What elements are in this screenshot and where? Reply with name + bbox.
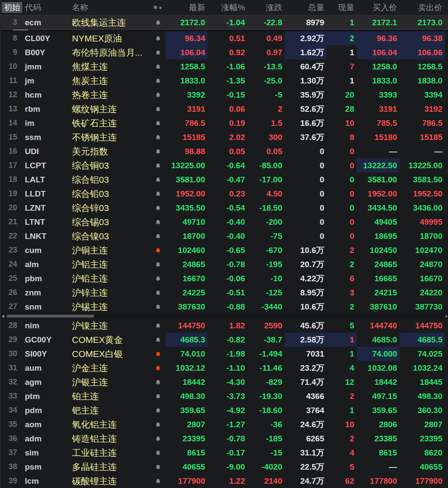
column-header-code[interactable]: 代码: [20, 2, 66, 13]
quote-row-lcm[interactable]: 39lcm碳酸锂主连1779001.22214024.7万62177800177…: [1, 474, 448, 488]
alert-bell-cell: [151, 446, 165, 460]
alert-bell-icon[interactable]: [155, 233, 161, 239]
quote-row-hcm[interactable]: 12hcm热卷主连3392-0.15-535.9万2033933394: [1, 88, 448, 102]
row-number: 18: [1, 173, 20, 187]
quote-row-aum[interactable]: 31aum沪金主连1032.12-1.10-11.4623.2万41032.08…: [1, 361, 448, 375]
instrument-code: psm: [20, 460, 66, 474]
quote-row-LZNT[interactable]: 20LZNT综合锌033435.50-0.54-18.50003434.5034…: [1, 201, 448, 215]
scroll-right-arrow-icon[interactable]: [445, 315, 448, 318]
column-header-bid[interactable]: 买入价: [357, 2, 400, 13]
quote-row-agm[interactable]: 32agm沪银主连18442-4.30-82971.4万121844218445: [1, 375, 448, 389]
column-header-last[interactable]: 最新: [165, 2, 208, 13]
change-percent: -0.06: [208, 271, 248, 286]
quote-row-cum[interactable]: 23cum沪铜主连102460-0.65-67010.6万21024501024…: [1, 243, 448, 257]
alert-bell-icon[interactable]: [155, 64, 161, 70]
quote-row-sim[interactable]: 37sim工业硅主连8615-0.17-1531.1万486158620: [1, 446, 448, 460]
quote-row-rbm[interactable]: 13rbm螺纹钢主连31910.06252.6万2831913192: [1, 102, 448, 116]
quote-row-B00Y[interactable]: 9B00Y布伦特原油当月...106.040.920.971.62万1106.0…: [1, 45, 448, 60]
scroll-left-arrow-icon[interactable]: [2, 315, 4, 318]
alert-bell-icon[interactable]: [155, 436, 161, 442]
quote-row-LALT[interactable]: 18LALT综合铝033581.00-0.47-17.00003581.0035…: [1, 173, 448, 187]
column-header-change-pct[interactable]: 涨幅%: [208, 2, 248, 13]
initial-sort-button[interactable]: 初始: [2, 2, 22, 13]
alert-bell-icon[interactable]: [155, 247, 161, 253]
alert-bell-cell: [151, 286, 165, 300]
alert-bell-icon[interactable]: [155, 290, 161, 296]
alert-bell-cell: [151, 144, 165, 158]
alert-bell-icon[interactable]: [155, 78, 161, 84]
quote-row-LLDT[interactable]: 19LLDT综合铅031952.000.234.50001952.001952.…: [1, 187, 448, 201]
alert-bell-icon[interactable]: [155, 478, 161, 484]
alert-bell-icon[interactable]: [155, 393, 161, 399]
quote-row-pbm[interactable]: 25pbm沪铅主连16670-0.06-104.22万61666516670: [1, 271, 448, 286]
bid-price: 3434.50: [357, 201, 400, 215]
quote-row-nim[interactable]: 28nim沪镍主连1447501.82259045.6万514474014475…: [1, 318, 448, 333]
quote-row-ecm[interactable]: 3ecm欧线集运主连2172.0-1.04-22.8897912172.1217…: [1, 15, 448, 30]
alert-bell-icon[interactable]: [155, 120, 161, 126]
quote-row-snm[interactable]: 27snm沪锡主连387630-0.88-344010.6万2387610387…: [1, 300, 448, 314]
quote-row-alm[interactable]: 24alm沪铝主连24865-0.78-19520.7万22486524870: [1, 257, 448, 271]
alert-bell-icon[interactable]: [155, 276, 161, 282]
alert-bell-icon[interactable]: [155, 337, 161, 343]
quote-row-ptm[interactable]: 33ptm铂主连498.30-3.73-19.3043662497.15498.…: [1, 389, 448, 403]
instrument-name: 沪银主连: [66, 375, 151, 389]
quote-row-adm[interactable]: 36adm铸造铝主连23395-0.78-185626522338523395: [1, 431, 448, 446]
alert-bell-cell: [151, 116, 165, 130]
alert-bell-icon[interactable]: [155, 134, 161, 140]
alert-bell-icon[interactable]: [155, 450, 161, 456]
alert-bell-icon[interactable]: [155, 149, 161, 155]
alert-bell-icon[interactable]: [155, 177, 161, 183]
horizontal-scrollbar[interactable]: [1, 314, 448, 318]
column-header-current-volume[interactable]: 现量: [327, 2, 357, 13]
quote-row-LNKT[interactable]: 22LNKT综合镍0318700-0.40-75001869518700: [1, 229, 448, 243]
quote-row-UDI[interactable]: 16UDI美元指数98.880.050.0500——: [1, 144, 448, 158]
quote-row-pdm[interactable]: 34pdm钯主连359.65-4.92-18.6037641359.65360.…: [1, 403, 448, 417]
column-header-ask[interactable]: 卖出价: [400, 2, 445, 13]
quote-row-SI00Y[interactable]: 30SI00YCOMEX白银74.010-1.98-1.4947031174.0…: [1, 347, 448, 361]
alert-bell-icon[interactable]: [155, 365, 161, 371]
alert-bell-icon[interactable]: [155, 323, 161, 329]
alert-bell-icon[interactable]: [155, 408, 161, 414]
last-price: 8615: [165, 446, 208, 460]
quote-row-znm[interactable]: 26znm沪锌主连24225-0.51-1258.95万32421524220: [1, 286, 448, 300]
quote-row-CL00Y[interactable]: 8CL00YNYMEX原油96.340.510.492.92万296.3696.…: [1, 31, 448, 45]
alert-bell-cell: [151, 102, 165, 116]
alert-bell-icon[interactable]: [155, 92, 161, 98]
row-number: 23: [1, 243, 20, 257]
alert-bell-icon[interactable]: [155, 106, 161, 112]
ask-price: —: [400, 144, 445, 158]
current-volume: 5: [327, 318, 357, 333]
alert-bell-cell: [151, 300, 165, 314]
quote-row-jmm[interactable]: 10jmm焦煤主连1258.5-1.06-13.560.4万71258.0125…: [1, 60, 448, 74]
column-header-change[interactable]: 涨跌: [248, 2, 285, 13]
quote-row-aom[interactable]: 35aom氧化铝主连2807-1.27-3624.6万1028062807: [1, 417, 448, 431]
alert-bell-icon[interactable]: [155, 191, 161, 197]
alert-bell-icon[interactable]: [155, 304, 161, 310]
alert-bell-cell: [151, 88, 165, 102]
quote-row-LCPT[interactable]: 17LCPT综合铜0313225.00-0.64-85.000013222.50…: [1, 158, 448, 173]
alert-bell-icon[interactable]: [155, 20, 161, 26]
column-header-alert[interactable]: ✱●: [151, 4, 165, 11]
scrollbar-thumb[interactable]: [6, 315, 94, 318]
alert-bell-icon[interactable]: [155, 36, 161, 42]
quote-row-jm[interactable]: 11jm焦炭主连1833.0-1.35-25.01.30万11833.01838…: [1, 74, 448, 88]
column-header-name[interactable]: 名称: [66, 2, 151, 13]
alert-bell-icon[interactable]: [155, 219, 161, 225]
total-volume: 60.4万: [285, 60, 327, 74]
quote-row-GC00Y[interactable]: 29GC00YCOMEX黄金4685.3-0.82-38.72.58万14685…: [1, 333, 448, 347]
quote-row-ssm[interactable]: 15ssm不锈钢主连151852.0230037.6万81518015185: [1, 130, 448, 144]
quote-row-psm[interactable]: 38psm多晶硅主连40655-9.00-402022.5万5—40655: [1, 460, 448, 474]
alert-bell-icon[interactable]: [155, 464, 161, 470]
alert-bell-icon[interactable]: [155, 422, 161, 428]
alert-bell-icon[interactable]: [155, 379, 161, 385]
quote-row-im[interactable]: 14im铁矿石主连786.50.191.516.6万10785.5786.5: [1, 116, 448, 130]
ask-price: 3192: [400, 102, 445, 116]
alert-bell-icon[interactable]: [155, 50, 161, 56]
alert-bell-icon[interactable]: [155, 351, 161, 357]
column-header-total-volume[interactable]: 总量: [285, 2, 327, 13]
alert-bell-icon[interactable]: [155, 163, 161, 169]
quote-row-LTNT[interactable]: 21LTNT综合锡0349710-0.40-200004940549995: [1, 215, 448, 229]
total-volume: 71.4万: [285, 375, 327, 389]
alert-bell-icon[interactable]: [155, 262, 161, 268]
alert-bell-icon[interactable]: [155, 205, 161, 211]
